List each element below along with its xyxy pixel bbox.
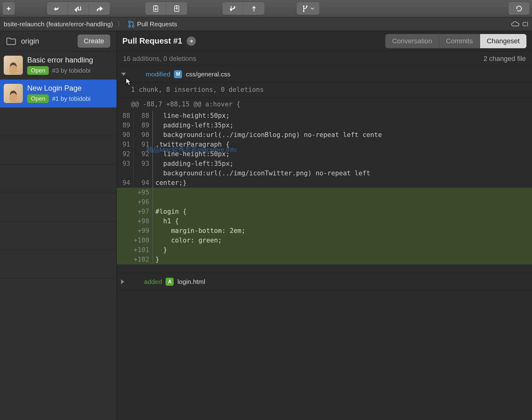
code-content: .twitterParagraph { <box>153 140 532 149</box>
redo-button[interactable] <box>89 2 110 15</box>
toolbar <box>0 0 532 17</box>
code-content: background:url(../img/iconTwitter.png) n… <box>153 169 532 178</box>
branch-icon <box>302 5 309 12</box>
svg-point-8 <box>129 25 130 27</box>
clipboard-down-button[interactable] <box>145 2 166 15</box>
line-number-new: 92 <box>133 149 153 159</box>
push-button[interactable] <box>243 2 264 15</box>
line-number-new: +101 <box>133 245 153 255</box>
line-number-new: +96 <box>133 197 153 207</box>
hunk-header: @@ -88,7 +88,15 @@ a:hover { <box>117 97 532 111</box>
diff-line[interactable]: 9494center;} <box>117 178 532 188</box>
diff-line[interactable]: background:url(../img/iconTwitter.png) n… <box>117 169 532 178</box>
refresh-button[interactable] <box>509 2 530 15</box>
svg-point-4 <box>303 5 305 7</box>
code-content: #login { <box>153 207 532 216</box>
svg-point-6 <box>306 5 308 7</box>
page-title: Pull Request #1 <box>122 36 182 46</box>
diff-line[interactable]: +98 h1 { <box>117 216 532 226</box>
diff-line[interactable]: +97#login { <box>117 207 532 216</box>
svg-point-9 <box>132 25 134 27</box>
line-number-new: +99 <box>133 226 153 236</box>
line-number-old <box>117 169 133 178</box>
code-content <box>153 197 532 207</box>
line-number-new: 89 <box>133 121 153 130</box>
clipboard-up-button[interactable] <box>166 2 187 15</box>
pr-list-item[interactable]: New Login Page Open #1 by tobidobi <box>0 79 116 108</box>
diff-line[interactable]: +95 <box>117 188 532 197</box>
file-header[interactable]: added A login.html <box>117 274 532 290</box>
file-status: modified <box>146 71 170 78</box>
branch-button[interactable] <box>297 2 319 15</box>
pr-list-item[interactable]: Basic error handling Open #3 by tobidobi <box>0 51 116 79</box>
pull-button[interactable] <box>222 2 243 15</box>
tab-changeset[interactable]: Changeset <box>480 34 526 48</box>
sidebar: origin Create Basic error handling Open … <box>0 31 117 420</box>
open-external-button[interactable] <box>187 36 196 46</box>
svg-point-7 <box>129 21 130 23</box>
diff-line[interactable]: 8989 padding-left:35px; <box>117 121 532 130</box>
cloud-label[interactable]: Cl <box>522 20 528 28</box>
line-number-old: 88 <box>117 111 133 121</box>
diff-line[interactable]: +100 color: green; <box>117 236 532 245</box>
tab-commits[interactable]: Commits <box>439 34 480 48</box>
code-content: background:url(../img/iconBlog.png) no-r… <box>153 130 532 140</box>
code-content: } <box>153 255 532 264</box>
pull-icon <box>230 5 236 12</box>
line-number-new: +98 <box>133 216 153 226</box>
diff-line[interactable]: +96 <box>117 197 532 207</box>
line-number-new: +97 <box>133 207 153 216</box>
diff-line[interactable]: +101 } <box>117 245 532 255</box>
app-logo-button[interactable] <box>2 2 15 15</box>
line-number-old: 91 <box>117 140 133 149</box>
line-number-old <box>117 236 133 245</box>
line-number-old <box>117 197 133 207</box>
diff-line[interactable]: 8888 line-height:50px; <box>117 111 532 121</box>
line-number-new: 93 <box>133 159 153 169</box>
undo-button[interactable] <box>47 2 68 15</box>
clipboard-up-icon <box>174 5 180 12</box>
list-item <box>0 250 116 278</box>
line-number-new: +102 <box>133 255 153 264</box>
file-header[interactable]: modified M css/general.css <box>117 66 532 82</box>
line-number-old: 89 <box>117 121 133 130</box>
file-name: css/general.css <box>186 71 230 78</box>
code-content: padding-left:35px; <box>153 121 532 130</box>
tab-conversation[interactable]: Conversation <box>385 34 439 48</box>
sparkle-icon <box>6 6 12 12</box>
line-number-new: 88 <box>133 111 153 121</box>
diff-line[interactable]: 9191.twitterParagraph { <box>117 140 532 149</box>
folder-icon <box>6 37 16 45</box>
undo-redo-group <box>47 2 110 15</box>
arrow-down-left-icon <box>74 6 82 12</box>
remote-name[interactable]: origin <box>21 37 73 45</box>
file-status: added <box>144 278 162 285</box>
diff-line[interactable]: +102} <box>117 255 532 264</box>
status-badge: Open <box>27 94 49 103</box>
breadcrumb-separator-icon: 〉 <box>117 19 124 29</box>
chunk-info: 1 chunk, 8 insertions, 0 deletions <box>117 82 532 97</box>
stats-additions: 16 additions, 0 deletions <box>123 55 196 63</box>
pr-item-subtitle: #3 by tobidobi <box>52 67 91 74</box>
breadcrumb-repo[interactable]: bsite-relaunch (feature/error-handling) <box>4 20 113 28</box>
stats-files: 2 changed file <box>483 55 526 63</box>
list-item <box>0 108 116 136</box>
diff-line[interactable]: +99 margin-bottom: 2em; <box>117 226 532 236</box>
pr-header: Pull Request #1 Conversation Commits Cha… <box>117 31 532 51</box>
avatar <box>4 56 23 75</box>
main: origin Create Basic error handling Open … <box>0 31 532 420</box>
diff-line[interactable]: 9393 padding-left:35px; <box>117 159 532 169</box>
breadcrumb-page[interactable]: Pull Requests <box>137 20 177 28</box>
diff-line[interactable]: 9090 background:url(../img/iconBlog.png)… <box>117 130 532 140</box>
list-item <box>0 193 116 221</box>
svg-point-5 <box>303 10 305 12</box>
undo-down-button[interactable] <box>68 2 89 15</box>
diff-line[interactable]: 9292 line-height:50px; <box>117 149 532 159</box>
diff-stats: 16 additions, 0 deletions 2 changed file <box>117 51 532 66</box>
code-content: line-height:50px; <box>153 149 532 159</box>
create-button[interactable]: Create <box>78 35 110 48</box>
code-content: margin-bottom: 2em; <box>153 226 532 236</box>
arrow-up-right-icon <box>95 6 103 12</box>
branch-group <box>297 2 319 15</box>
line-number-new: +95 <box>133 188 153 197</box>
